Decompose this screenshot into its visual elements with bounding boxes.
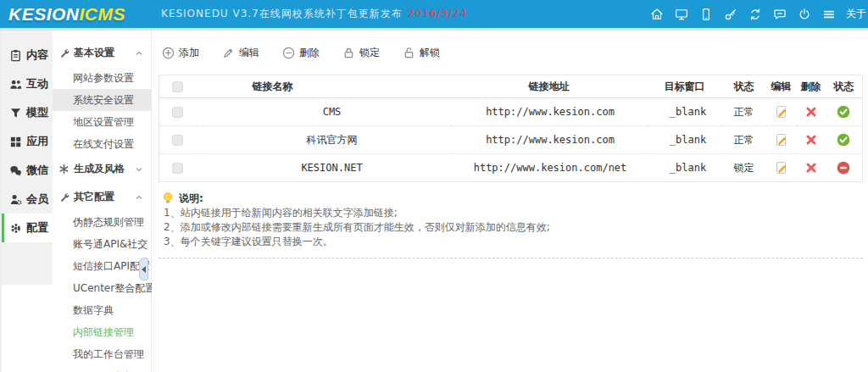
col-header-target: 目标窗口 [648,75,722,98]
select-all-cell [159,75,197,98]
col-header-state: 状态 [826,75,863,98]
menu-item-pseudo-static[interactable]: 伪静态规则管理 [53,211,151,233]
nav-item-model[interactable]: 模型 [2,98,53,127]
link-status: 正常 [722,98,766,126]
header-icon-bar: 关于 [649,0,866,28]
announcement-title: KESIONEDU V3.7在线网校系统补丁包更新发布 [161,8,403,19]
edit-row-icon[interactable] [775,105,788,119]
menu-item-display-count[interactable]: 管理显示条数管理 [53,365,151,372]
nav-item-label: 配置 [26,220,48,236]
gear-icon [9,222,22,235]
link-name: KESION.NET [197,154,451,182]
delete-button[interactable]: 删除 [282,46,320,60]
app-logo: KESIONICMS [8,4,125,25]
links-table: 链接名称 链接地址 目标窗口 状态 编辑 删除 状态 CMS http://ww… [159,75,863,182]
group-generation-style[interactable]: 生成及风格 [53,155,151,183]
sidebar-collapse-handle[interactable] [139,258,148,280]
note-line: 1、站内链接用于给新闻内容的相关联文字添加链接; [162,206,861,220]
menu-item-site-params[interactable]: 网站参数设置 [53,67,151,89]
nav-item-config[interactable]: 配置 [2,214,53,242]
link-url: http://www.kesion.com [451,126,648,154]
chevron-up-icon [134,48,144,58]
refresh-icon[interactable] [748,7,763,22]
edit-row-icon[interactable] [775,161,788,175]
note-title: 说明: [179,192,203,206]
row-checkbox[interactable] [172,107,183,118]
table-row: KESION.NET http://www.kesion.com/net _bl… [159,154,863,182]
nav-item-wechat[interactable]: 微信 [2,156,53,185]
bulb-icon [162,192,174,205]
menu-item-account-api[interactable]: 账号通API&社交 [53,233,151,255]
nav-item-label: 微信 [26,163,48,178]
col-header-edit: 编辑 [766,75,797,98]
edit-button-label: 编辑 [239,46,259,60]
link-target: _blank [648,98,722,126]
menu-item-my-workbench[interactable]: 我的工作台管理 [53,343,151,365]
menu-item-system-security[interactable]: 系统安全设置 [53,89,151,111]
link-target: _blank [648,126,722,154]
status-ok-icon[interactable] [837,133,850,147]
link-status: 正常 [722,126,766,154]
link-status: 锁定 [722,154,766,182]
menu-item-data-dict[interactable]: 数据字典 [53,299,151,321]
nav-item-member[interactable]: 会员 [2,185,53,214]
apps-icon [9,136,22,148]
nav-item-apps[interactable]: 应用 [2,127,53,156]
nav-item-interaction[interactable]: 互动 [2,69,53,98]
link-target: _blank [648,154,722,182]
row-checkbox[interactable] [172,163,183,174]
menu-item-internal-links[interactable]: 内部链接管理 [53,321,151,343]
power-icon[interactable] [797,7,812,22]
key-icon[interactable] [723,7,738,22]
primary-sidebar: 内容 互动 模型 应用 微信 会员 配置 [0,31,53,372]
plus-circle-icon [162,47,175,59]
unlock-button[interactable]: 解锁 [403,46,440,60]
lock-button[interactable]: 锁定 [342,46,380,60]
delete-row-icon[interactable] [804,161,818,175]
col-header-delete: 删除 [797,75,826,98]
menu-item-online-payment[interactable]: 在线支付设置 [53,133,151,155]
menu-item-region-settings[interactable]: 地区设置管理 [53,111,151,133]
about-link[interactable]: 关于 [846,7,866,21]
group-other-config[interactable]: 其它配置 [53,183,151,211]
lock-button-label: 锁定 [359,46,380,60]
link-url: http://www.kesion.com [451,98,648,126]
link-name: CMS [197,98,451,126]
member-icon [9,193,22,206]
edit-row-icon[interactable] [775,133,788,147]
nav-item-label: 互动 [26,76,48,92]
home-icon[interactable] [649,7,665,22]
announcement-date: 2016/3/24 [408,8,468,19]
logo-text-primary: KESION [8,4,80,24]
add-button[interactable]: 添加 [162,46,199,60]
delete-row-icon[interactable] [804,133,818,147]
menu-icon[interactable] [821,7,837,22]
menu-item-ucenter[interactable]: UCenter整合配置 [53,277,151,299]
wrench-icon [58,47,70,58]
table-header-row: 链接名称 链接地址 目标窗口 状态 编辑 删除 状态 [159,75,863,98]
desktop-icon[interactable] [674,7,689,22]
select-all-checkbox[interactable] [172,81,183,92]
status-locked-icon[interactable] [837,161,850,175]
status-ok-icon[interactable] [837,105,850,119]
row-checkbox[interactable] [172,135,183,146]
nav-item-label: 应用 [26,134,48,149]
chevron-up-icon [134,192,144,203]
wechat-icon [9,164,22,177]
collapse-left-icon [142,266,146,273]
delete-row-icon[interactable] [804,105,818,119]
comment-icon[interactable] [772,7,787,22]
group-label: 其它配置 [74,190,130,204]
nav-item-label: 模型 [26,105,48,120]
secondary-sidebar: 基本设置 网站参数设置 系统安全设置 地区设置管理 在线支付设置 生成及风格 其… [53,31,152,372]
lock-icon [342,47,355,59]
menu-item-sms-api[interactable]: 短信接口API配置 [53,255,151,277]
filter-icon [9,107,22,119]
col-header-link-name: 链接名称 [197,75,451,98]
edit-button[interactable]: 编辑 [222,46,259,60]
mobile-icon[interactable] [698,7,714,22]
table-row: 科讯官方网 http://www.kesion.com _blank 正常 [159,126,863,154]
table-row: CMS http://www.kesion.com _blank 正常 [159,98,863,126]
group-basic-settings[interactable]: 基本设置 [53,39,151,67]
nav-item-content[interactable]: 内容 [2,41,53,69]
